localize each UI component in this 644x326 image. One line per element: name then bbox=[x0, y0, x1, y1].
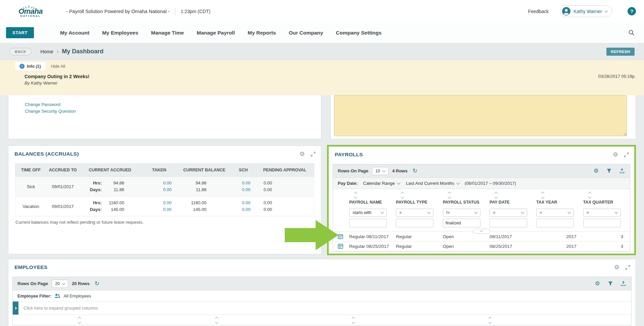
filter-value-input[interactable] bbox=[490, 219, 527, 227]
nav-item-manage-time[interactable]: Manage Time bbox=[151, 30, 184, 36]
filter-value-input[interactable] bbox=[583, 219, 621, 227]
pending-approval-values: 0.000.00 bbox=[256, 180, 314, 193]
gear-icon[interactable]: ⚙ bbox=[300, 151, 305, 157]
rows-on-page-label: Rows On Page bbox=[17, 281, 48, 286]
page-title: My Dashboard bbox=[62, 48, 103, 55]
chevron-down-icon bbox=[381, 211, 384, 214]
gear-icon[interactable]: ⚙ bbox=[614, 264, 619, 270]
rows-per-page-select[interactable]: 20 bbox=[52, 280, 68, 288]
filter-value-input[interactable] bbox=[443, 219, 480, 227]
filter-operator-select[interactable]: = bbox=[490, 209, 527, 217]
expand-panel-icon[interactable] bbox=[625, 265, 630, 270]
sort-carets[interactable] bbox=[448, 192, 452, 198]
nav-item-manage-payroll[interactable]: Manage Payroll bbox=[197, 30, 235, 36]
change-security-question-link[interactable]: Change Security Question bbox=[25, 109, 321, 114]
table-row: Sick 09/01/2017 Hrs:Days: 94.8611.86 0.0… bbox=[15, 177, 314, 197]
filter-value-input[interactable] bbox=[349, 219, 387, 227]
filter-value-input[interactable] bbox=[396, 219, 433, 227]
filter-icon[interactable] bbox=[607, 169, 611, 173]
payroll-calendar-icon[interactable] bbox=[338, 234, 349, 239]
column-header-tax-quarter: TAX QUARTER bbox=[583, 189, 630, 208]
tab-info[interactable]: i Info (1) bbox=[15, 62, 45, 70]
back-button[interactable]: BACK bbox=[9, 48, 32, 55]
unit-labels: Hrs:Days: bbox=[79, 200, 104, 213]
user-menu[interactable]: Kathy Warner bbox=[560, 5, 612, 17]
export-icon[interactable] bbox=[619, 168, 625, 173]
expand-grouped-columns[interactable]: Click here to expand grouped columns bbox=[13, 302, 631, 315]
sort-carets[interactable] bbox=[589, 192, 593, 198]
nav-item-my-employees[interactable]: My Employees bbox=[102, 30, 138, 36]
info-message-title: Company Outing in 2 Weeks! bbox=[25, 74, 89, 79]
chevron-down-icon bbox=[382, 169, 385, 172]
refresh-button[interactable]: REFRESH bbox=[606, 48, 635, 56]
refresh-grid-icon[interactable]: ↻ bbox=[95, 281, 99, 286]
sort-carets[interactable] bbox=[352, 317, 356, 323]
filter-operator-select[interactable]: = bbox=[583, 209, 621, 217]
filter-operator-select[interactable]: starts with bbox=[349, 209, 387, 217]
sort-carets[interactable] bbox=[78, 317, 82, 323]
sort-carets[interactable] bbox=[542, 192, 546, 198]
change-password-link[interactable]: Change Password bbox=[25, 102, 321, 107]
header-divider bbox=[175, 8, 175, 15]
range-type-select[interactable]: Calendar Range bbox=[362, 179, 401, 187]
table-row[interactable]: Regular 08/25/2017 Regular Open 08/25/20… bbox=[333, 241, 630, 251]
nav-item-our-company[interactable]: Our Company bbox=[289, 30, 323, 36]
expand-panel-icon[interactable] bbox=[624, 152, 629, 157]
grid-settings-icon[interactable]: ⚙ bbox=[594, 168, 599, 174]
help-button[interactable]: ? bbox=[628, 7, 636, 15]
current-accrued-values: 94.8611.86 bbox=[104, 180, 141, 193]
nav-item-my-account[interactable]: My Account bbox=[60, 30, 89, 36]
nav-item-my-reports[interactable]: My Reports bbox=[247, 30, 276, 36]
expand-panel-icon[interactable] bbox=[311, 152, 316, 157]
payroll-calendar-icon[interactable] bbox=[338, 243, 349, 249]
expand-tab[interactable] bbox=[13, 302, 18, 315]
column-header-payroll-status: PAYROLL STATUS bbox=[443, 189, 490, 208]
chevron-down-icon bbox=[568, 211, 571, 214]
pending-approval-values: 0.000.00 bbox=[256, 200, 314, 213]
nav-item-company-settings[interactable]: Company Settings bbox=[336, 30, 381, 36]
omaha-national-logo[interactable]: Omaha NATIONAL bbox=[18, 5, 43, 17]
export-icon[interactable] bbox=[621, 281, 626, 286]
search-icon[interactable] bbox=[628, 30, 635, 36]
date-range-text: (08/01/2017 – 09/30/2017) bbox=[465, 181, 516, 186]
filter-tax-quarter: = bbox=[583, 208, 630, 231]
sort-carets[interactable] bbox=[355, 192, 359, 198]
chevron-down-icon bbox=[456, 181, 460, 184]
filter-operator-select[interactable]: = bbox=[536, 209, 574, 217]
filter-value-input[interactable] bbox=[536, 219, 574, 227]
breadcrumb-home[interactable]: Home bbox=[40, 49, 53, 54]
time-off-name: Sick bbox=[15, 184, 46, 189]
rows-per-page-select[interactable]: 10 bbox=[372, 167, 388, 175]
sort-carets[interactable] bbox=[495, 192, 499, 198]
filter-operator-select[interactable]: = bbox=[396, 209, 433, 217]
filter-pay-date: = bbox=[490, 208, 536, 231]
gear-icon[interactable]: ⚙ bbox=[613, 152, 618, 158]
sort-carets[interactable] bbox=[216, 317, 220, 323]
start-button[interactable]: START bbox=[6, 27, 34, 38]
chevron-down-icon bbox=[474, 211, 477, 214]
sch-values: 0.000.00 bbox=[231, 180, 256, 193]
payroll-type: Regular bbox=[396, 234, 443, 239]
collapse-filter-tab[interactable] bbox=[473, 229, 490, 234]
employees-panel: EMPLOYEES ⚙ Rows On Page 20 20 Rows ↻ bbox=[8, 259, 636, 326]
pay-date-label: Pay Date: bbox=[338, 181, 358, 186]
payroll-name: Regular 08/25/2017 bbox=[349, 244, 396, 249]
filter-icon[interactable] bbox=[608, 281, 613, 286]
sort-carets[interactable] bbox=[489, 317, 493, 323]
avatar-icon bbox=[562, 7, 570, 15]
column-header-pay-date: PAY DATE bbox=[490, 189, 536, 208]
filter-operator-select[interactable]: != bbox=[443, 209, 480, 217]
feedback-link[interactable]: Feedback bbox=[528, 9, 548, 14]
current-balance-values: 1160.00145.00 bbox=[178, 200, 231, 213]
refresh-grid-icon[interactable]: ↻ bbox=[412, 168, 417, 174]
employee-filter-value[interactable]: All Employees bbox=[63, 293, 91, 298]
grid-settings-icon[interactable]: ⚙ bbox=[595, 281, 600, 286]
tab-hide-all[interactable]: Hide All bbox=[47, 62, 70, 70]
sort-carets[interactable] bbox=[401, 192, 405, 198]
notes-textarea[interactable] bbox=[334, 95, 627, 136]
user-name: Kathy Warner bbox=[573, 9, 602, 14]
logo-text-omaha: Omaha bbox=[18, 8, 43, 14]
account-panel-partial: Change Password Change Security Question bbox=[8, 95, 321, 139]
payroll-tax-year: 2017 bbox=[536, 234, 583, 239]
range-preset-select[interactable]: Last And Current Months bbox=[405, 179, 460, 187]
